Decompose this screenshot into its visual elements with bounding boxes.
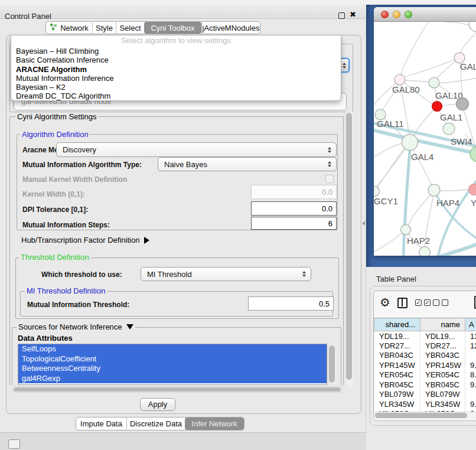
manual-kernel-checkbox[interactable] [325, 175, 334, 183]
stepper-down-icon [343, 66, 346, 69]
node-label: GAL11 [377, 119, 404, 129]
mi-steps-field[interactable] [251, 217, 337, 230]
network-view-window[interactable]: GAL7GAL80GAL10GAL1GAL11SWI4GAL4GCY1HAP4Y… [374, 7, 476, 256]
algorithm-option[interactable]: Bayesian – K2 [11, 83, 341, 92]
node-gal10[interactable] [429, 77, 439, 88]
close-traffic-light-icon[interactable] [381, 11, 389, 18]
table-row[interactable]: YDR27...YDR27...12. [374, 341, 476, 351]
tab-cyni-toolbox[interactable]: Cyni Toolbox [144, 22, 201, 34]
aracne-mode-combo[interactable]: Discovery [56, 142, 337, 157]
table-cell: YBR045C [420, 380, 465, 390]
network-edge[interactable] [401, 22, 428, 74]
which-threshold-combo[interactable]: MI Threshold [141, 267, 311, 281]
table-cell: 9. [465, 380, 476, 390]
hub-tf-section[interactable]: Hub/Transcription Factor Definition [21, 236, 149, 244]
tab-select[interactable]: Select [116, 22, 144, 34]
gear-icon[interactable]: ⚙ [380, 295, 390, 309]
table-cell: YER054C [374, 370, 420, 380]
algorithm-option[interactable]: Dream8 DC_TDC Algorithm [11, 92, 341, 100]
node-partial-bottom[interactable] [419, 247, 431, 256]
tab-style[interactable]: Style [92, 22, 116, 34]
mi-threshold-field[interactable] [248, 296, 334, 311]
apply-button[interactable]: Apply [140, 398, 175, 411]
attribute-item[interactable]: SelfLoops [18, 344, 327, 354]
zoom-traffic-light-icon[interactable] [405, 11, 412, 18]
kernel-width-label: Kernel Width (0,1): [22, 190, 85, 198]
table-horizontal-scrollbar-thumb[interactable] [375, 413, 467, 418]
network-edge[interactable] [438, 165, 476, 256]
table-row[interactable]: YDL19...YDL19...13. [374, 331, 476, 341]
table-cell: YDR27... [374, 341, 420, 351]
select-all-checkboxes-icon[interactable]: ✓✓ [415, 299, 431, 306]
network-edge[interactable] [440, 190, 468, 191]
attributes-scrollbar-thumb[interactable] [329, 345, 335, 383]
node-gal1[interactable] [432, 102, 442, 112]
network-canvas[interactable]: GAL7GAL80GAL10GAL1GAL11SWI4GAL4GCY1HAP4Y… [374, 22, 476, 256]
network-edge[interactable] [460, 32, 476, 53]
tab-discretize-data[interactable]: Discretize Data [126, 418, 185, 430]
tab-network[interactable]: Network [46, 22, 92, 34]
node-gray[interactable] [457, 98, 469, 110]
attribute-item[interactable]: gal4RGexp [18, 374, 327, 384]
table-cell: YDL19... [374, 331, 420, 341]
kernel-width-field[interactable] [251, 185, 337, 199]
column-header-shared...[interactable]: shared... [374, 318, 420, 331]
network-edge[interactable] [440, 75, 476, 83]
mi-type-combo[interactable]: Naive Bayes [158, 157, 337, 171]
tab-infer-network[interactable]: Infer Network [185, 418, 244, 430]
mi-threshold-definition-title: MI Threshold Definition [25, 286, 107, 295]
column-header-A[interactable]: A [465, 318, 476, 331]
node-partial-top[interactable] [469, 22, 476, 32]
table-cell: YBR043C [420, 351, 465, 361]
node-gcy1[interactable] [374, 187, 380, 197]
table-row[interactable]: YER054CYER054C8. [374, 370, 476, 380]
network-edge[interactable] [442, 104, 457, 106]
node-y-partial[interactable] [469, 184, 476, 195]
network-graph[interactable]: GAL7GAL80GAL10GAL1GAL11SWI4GAL4GCY1HAP4Y… [374, 22, 476, 256]
minimize-traffic-light-icon[interactable] [393, 11, 400, 18]
node-hap4[interactable] [428, 184, 440, 196]
algorithm-option[interactable]: Mutual Information Inference [11, 74, 341, 83]
table-cell: 9. [465, 399, 476, 409]
float-window-icon[interactable] [338, 12, 345, 19]
tab-label: Impute Data [80, 419, 122, 428]
network-edge[interactable] [408, 195, 431, 226]
network-edge[interactable] [405, 80, 429, 82]
algorithm-option[interactable]: ARACNE Algorithm [11, 65, 341, 74]
dpi-tolerance-field[interactable] [251, 201, 337, 216]
tab-impute-data[interactable]: Impute Data [76, 418, 126, 430]
network-window-titlebar[interactable] [374, 7, 476, 22]
algorithm-option[interactable]: Basic Correlation Inference [11, 56, 341, 64]
node-attribute-table[interactable]: shared...nameA YDL19...YDL19...13.YDR27.… [374, 318, 476, 412]
network-edge[interactable] [374, 233, 402, 252]
table-toolbar: ⚙ ✓✓ [374, 291, 476, 318]
network-edge[interactable] [436, 61, 455, 78]
node-hap2[interactable] [401, 225, 411, 235]
network-edge[interactable] [376, 148, 405, 189]
attribute-item[interactable]: BetweennessCentrality [18, 364, 327, 374]
node-swi4[interactable] [443, 123, 455, 135]
table-cell: YBR043C [374, 351, 420, 361]
column-header-name[interactable]: name [420, 318, 465, 331]
algorithm-option[interactable]: Bayesian – Hill Climbing [11, 47, 341, 56]
table-row[interactable]: YBR045CYBR045C9. [374, 380, 476, 390]
minimized-panel-icon[interactable] [8, 439, 20, 449]
tab-label: Infer Network [191, 419, 237, 428]
panel-divider-arrow[interactable] [362, 221, 365, 226]
attribute-item[interactable]: TopologicalCoefficient [18, 354, 327, 364]
node-gal4[interactable] [402, 135, 418, 151]
settings-vertical-scrollbar-thumb[interactable] [346, 113, 352, 380]
close-icon[interactable]: ✖ [350, 10, 356, 19]
table-row[interactable]: YPR145WYPR145W9. [374, 360, 476, 370]
table-row[interactable]: YLR345WYLR345W9. [374, 399, 476, 409]
node-gal80[interactable] [395, 74, 405, 85]
sources-section-header[interactable]: Sources for Network Inference [17, 322, 135, 331]
tab-jactivemnodules[interactable]: jActiveMNodules [201, 22, 260, 34]
node-big-green[interactable] [470, 146, 476, 162]
mi-type-value: Naive Bayes [164, 160, 328, 169]
table-row[interactable]: YBR043CYBR043C [374, 351, 476, 361]
table-row[interactable]: YBL079WYBL079W [374, 390, 476, 400]
columns-icon[interactable] [397, 298, 407, 308]
settings-horizontal-scrollbar-thumb[interactable] [14, 387, 341, 392]
deselect-all-checkboxes-icon[interactable] [433, 299, 448, 306]
